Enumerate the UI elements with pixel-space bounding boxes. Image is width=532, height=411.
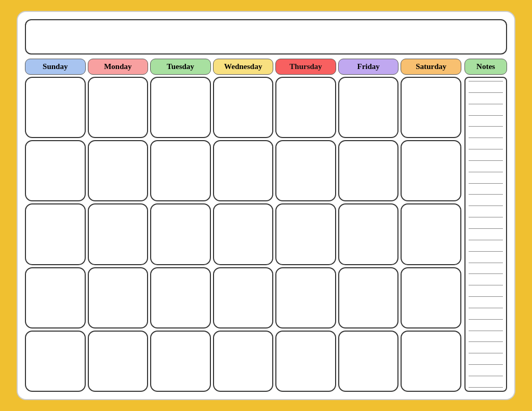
day-cell-4-3[interactable] [213,331,274,392]
day-cell-0-6[interactable] [401,77,461,138]
notes-line [469,251,503,252]
day-cell-0-2[interactable] [150,77,211,138]
week-row-5 [25,331,461,392]
day-cell-2-1[interactable] [88,203,149,265]
notes-column: Notes [464,59,507,392]
week-row-2 [25,140,461,201]
day-cell-3-5[interactable] [338,267,399,328]
header-monday: Monday [88,59,149,75]
day-cell-0-1[interactable] [88,77,149,138]
week-row-3 [25,203,461,265]
day-cell-3-6[interactable] [401,267,461,328]
day-cell-2-0[interactable] [25,203,86,265]
day-cell-0-0[interactable] [25,77,86,138]
rows-area [25,77,461,392]
notes-line [469,194,503,195]
notes-line [469,172,503,172]
day-cell-1-2[interactable] [150,140,211,201]
header-friday: Friday [338,59,399,75]
day-cell-4-5[interactable] [338,331,399,392]
notes-line [469,126,503,127]
day-cell-3-3[interactable] [213,267,274,328]
notes-line [469,160,503,161]
header-row: SundayMondayTuesdayWednesdayThursdayFrid… [25,59,461,75]
notes-line [469,228,503,229]
notes-line [469,104,503,104]
header-thursday: Thursday [275,59,336,75]
day-cell-2-6[interactable] [401,203,461,265]
day-cell-4-2[interactable] [150,331,211,392]
day-cell-2-3[interactable] [213,203,274,265]
day-cell-1-4[interactable] [275,140,336,201]
header-saturday: Saturday [401,59,461,75]
day-cell-4-6[interactable] [401,331,461,392]
notes-line [469,183,503,184]
notes-line [469,387,503,388]
header-wednesday: Wednesday [213,59,274,75]
notes-line [469,81,503,81]
day-cell-0-5[interactable] [338,77,399,138]
notes-line [469,115,503,116]
notes-line [469,273,503,274]
notes-line [469,376,503,376]
notes-line [469,364,503,365]
day-cell-4-0[interactable] [25,331,86,392]
calendar-container: SundayMondayTuesdayWednesdayThursdayFrid… [17,11,515,400]
notes-line [469,263,503,263]
notes-line [469,138,503,138]
week-row-4 [25,267,461,328]
day-cell-4-1[interactable] [88,331,149,392]
notes-line [469,341,503,342]
notes-line [469,331,503,331]
calendar-body: SundayMondayTuesdayWednesdayThursdayFrid… [25,59,507,392]
day-cell-2-2[interactable] [150,203,211,265]
notes-line [469,206,503,206]
day-cell-0-4[interactable] [275,77,336,138]
main-grid: SundayMondayTuesdayWednesdayThursdayFrid… [25,59,461,392]
notes-lines[interactable] [464,77,507,392]
day-cell-1-3[interactable] [213,140,274,201]
notes-header: Notes [464,59,507,75]
notes-line [469,217,503,217]
notes-line [469,285,503,285]
day-cell-1-1[interactable] [88,140,149,201]
week-row-1 [25,77,461,138]
notes-line [469,308,503,308]
header-sunday: Sunday [25,59,86,75]
header-tuesday: Tuesday [150,59,211,75]
day-cell-3-1[interactable] [88,267,149,328]
day-cell-4-4[interactable] [275,331,336,392]
day-cell-1-0[interactable] [25,140,86,201]
notes-line [469,296,503,297]
day-cell-0-3[interactable] [213,77,274,138]
day-cell-2-5[interactable] [338,203,399,265]
day-cell-1-6[interactable] [401,140,461,201]
day-cell-1-5[interactable] [338,140,399,201]
title-bar[interactable] [25,19,507,54]
notes-line [469,353,503,353]
day-cell-2-4[interactable] [275,203,336,265]
notes-line [469,240,503,240]
day-cell-3-4[interactable] [275,267,336,328]
day-cell-3-0[interactable] [25,267,86,328]
notes-line [469,319,503,320]
day-cell-3-2[interactable] [150,267,211,328]
notes-line [469,92,503,93]
notes-line [469,149,503,149]
